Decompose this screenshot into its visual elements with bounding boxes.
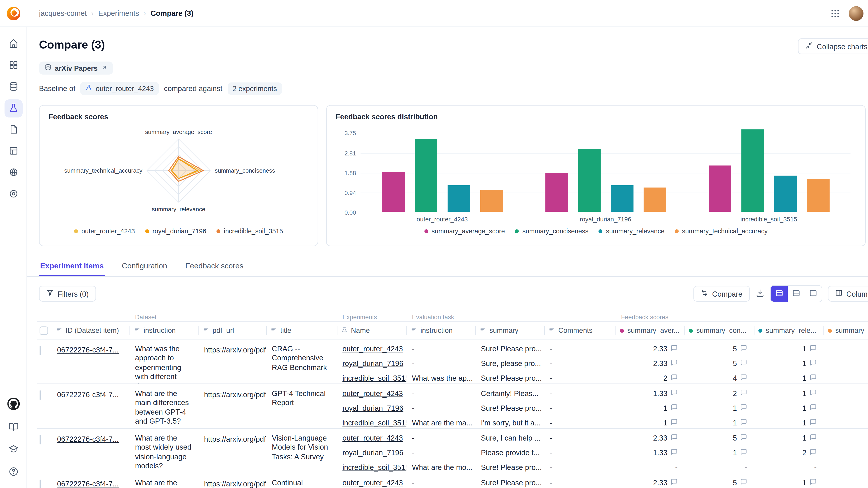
breadcrumb-workspace[interactable]: jacques-comet [39,9,87,18]
row-checkbox[interactable] [39,346,41,355]
comment-icon[interactable] [740,374,747,382]
experiments-count-pill[interactable]: 2 experiments [227,82,282,95]
score-cell: 1 [616,415,684,428]
comment-icon[interactable] [740,389,747,397]
comment-icon[interactable] [671,403,678,412]
dataset-tag[interactable]: arXiv Papers [39,62,113,75]
tab-feedback-scores[interactable]: Feedback scores [184,256,245,276]
filters-button[interactable]: Filters (0) [39,286,96,302]
compare-button[interactable]: Compare [693,286,750,302]
comment-icon[interactable] [740,448,747,457]
score-cell: 2 [684,386,754,400]
breadcrumb-experiments[interactable]: Experiments [98,9,139,18]
score-value: 2 [802,448,806,457]
experiment-link[interactable]: outer_router_4243 [342,478,403,487]
score-color-dot [689,328,693,332]
dataset-item-link[interactable]: 06722276-c3f4-7... [57,435,119,444]
experiment-link[interactable]: royal_durian_7196 [342,359,403,367]
comment-icon[interactable] [671,374,678,382]
comment-icon[interactable] [810,344,817,353]
summary-value: Sure, please pro... [475,356,544,370]
comment-icon[interactable] [810,374,817,382]
experiment-link[interactable]: outer_router_4243 [342,344,403,353]
comment-icon[interactable] [810,478,817,487]
column-header-score2[interactable]: summary_con... [684,322,754,339]
row-height-medium-button[interactable] [787,286,804,302]
help-button[interactable] [4,463,22,481]
bar-summary_conciseness [578,149,600,212]
select-all-checkbox[interactable] [39,326,48,335]
baseline-experiment-pill[interactable]: outer_router_4243 [81,82,159,95]
comment-icon[interactable] [740,478,747,487]
legend-item: summary_relevance [598,228,664,234]
comet-logo[interactable] [0,5,27,21]
experiment-link[interactable]: incredible_soil_3515 [342,418,406,427]
sidebar-item-configuration[interactable] [4,185,22,203]
comment-icon[interactable] [671,478,678,487]
comment-icon[interactable] [810,359,817,367]
column-header-score4[interactable]: summary_te... [824,322,868,339]
experiment-link[interactable]: royal_durian_7196 [342,403,403,412]
sidebar-item-experiments[interactable] [4,99,22,118]
tab-configuration[interactable]: Configuration [121,256,168,276]
sidebar-item-datasets[interactable] [4,78,22,96]
database-icon [8,81,18,93]
row-checkbox[interactable] [39,390,41,400]
comment-icon[interactable] [810,418,817,427]
comment-icon[interactable] [740,359,747,367]
docs-link[interactable] [4,418,22,436]
column-header-pdf_url[interactable]: pdf_url [198,322,266,339]
row-height-large-button[interactable] [804,286,822,302]
experiment-link[interactable]: royal_durian_7196 [342,448,403,457]
experiment-link[interactable]: incredible_soil_3515 [342,374,406,382]
comment-icon[interactable] [810,433,817,442]
comment-icon[interactable] [810,389,817,397]
column-header-summary[interactable]: summary [475,322,544,339]
sidebar-item-evaluation[interactable] [4,142,22,160]
column-header-title[interactable]: title [266,322,337,339]
comment-icon[interactable] [671,344,678,353]
comment-icon[interactable] [671,433,678,442]
sidebar-item-prompts[interactable] [4,121,22,139]
sidebar-item-online-evaluation[interactable] [4,164,22,182]
comment-icon[interactable] [671,389,678,397]
row-height-small-button[interactable] [771,286,787,302]
column-label: summary_con... [696,326,746,334]
dataset-item-link[interactable]: 06722276-c3f4-7... [57,390,119,399]
column-header-eval_instruction[interactable]: instruction [406,322,475,339]
experiment-link[interactable]: outer_router_4243 [342,389,403,397]
comment-icon[interactable] [810,448,817,457]
dataset-item-link[interactable]: 06722276-c3f4-7... [57,480,119,488]
experiment-link[interactable]: outer_router_4243 [342,433,403,442]
comment-icon[interactable] [671,359,678,367]
dataset-item-link[interactable]: 06722276-c3f4-7... [57,346,119,354]
sidebar-item-projects[interactable] [4,57,22,74]
column-header-score3[interactable]: summary_rele... [754,322,824,339]
comment-icon[interactable] [671,418,678,427]
comment-icon[interactable] [740,433,747,442]
experiment-link[interactable]: incredible_soil_3515 [342,463,406,471]
column-header-comments[interactable]: Comments [544,322,616,339]
onboarding-link[interactable] [4,441,22,459]
user-avatar[interactable] [849,6,864,21]
comment-icon[interactable] [671,448,678,457]
column-header-score1[interactable]: summary_aver... [616,322,684,339]
comment-icon[interactable] [740,344,747,353]
row-checkbox[interactable] [39,435,41,445]
comment-icon[interactable] [810,403,817,412]
sidebar-item-home[interactable] [4,35,22,53]
tab-experiment-items[interactable]: Experiment items [39,256,105,276]
row-checkbox[interactable] [39,480,41,488]
download-button[interactable] [755,288,765,299]
comment-icon[interactable] [740,403,747,412]
column-header-id[interactable]: ID (Dataset item) [52,322,129,339]
column-header-name[interactable]: Name [337,322,406,339]
comment-icon[interactable] [740,418,747,427]
collapse-charts-button[interactable]: Collapse charts [798,38,868,54]
radar-axis-label: summary_average_score [145,129,212,135]
github-link[interactable] [4,395,22,414]
columns-button[interactable]: Columns [828,286,868,302]
column-header-instruction[interactable]: instruction [129,322,198,339]
apps-grid-icon[interactable] [830,8,840,18]
score-cell: 5 [684,341,754,356]
